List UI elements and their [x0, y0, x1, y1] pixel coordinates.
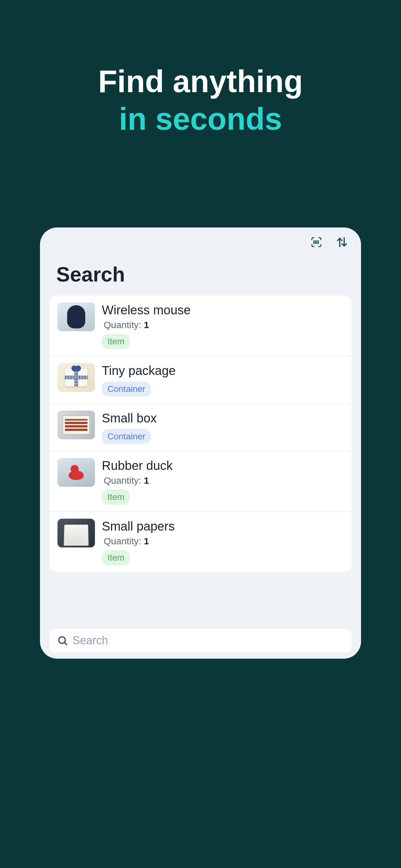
- result-title: Rubber duck: [102, 459, 343, 473]
- result-row[interactable]: Wireless mouse Quantity: 1 Item: [49, 296, 352, 356]
- result-quantity: Quantity: 1: [102, 475, 343, 486]
- barcode-scan-icon[interactable]: [310, 236, 323, 249]
- search-input[interactable]: [72, 634, 344, 647]
- app-frame: Search Wireless mouse Quantity: 1 Item: [40, 227, 361, 659]
- hero-headline-1: Find anything: [0, 62, 401, 100]
- result-title: Small box: [102, 411, 343, 425]
- toolbar: [40, 227, 361, 249]
- item-thumbnail: [58, 519, 95, 548]
- type-badge: Item: [102, 490, 130, 505]
- item-thumbnail: [58, 363, 95, 392]
- type-badge: Item: [102, 550, 130, 565]
- result-row[interactable]: Tiny package Container: [49, 356, 352, 404]
- item-thumbnail: [58, 303, 95, 331]
- result-title: Tiny package: [102, 364, 343, 378]
- search-bar[interactable]: [49, 629, 352, 652]
- result-info: Tiny package Container: [102, 363, 343, 397]
- result-info: Rubber duck Quantity: 1 Item: [102, 458, 343, 505]
- result-title: Wireless mouse: [102, 303, 343, 317]
- item-thumbnail: [58, 410, 95, 439]
- result-row[interactable]: Rubber duck Quantity: 1 Item: [49, 451, 352, 512]
- sort-icon[interactable]: [335, 236, 348, 249]
- search-icon: [57, 635, 68, 646]
- result-row[interactable]: Small box Container: [49, 404, 352, 451]
- result-quantity: Quantity: 1: [102, 320, 343, 330]
- result-quantity: Quantity: 1: [102, 536, 343, 547]
- result-info: Small box Container: [102, 410, 343, 444]
- page-title: Search: [40, 249, 361, 296]
- result-info: Wireless mouse Quantity: 1 Item: [102, 303, 343, 349]
- type-badge: Container: [102, 429, 151, 444]
- result-title: Small papers: [102, 519, 343, 533]
- hero-headline-2: in seconds: [0, 100, 401, 137]
- type-badge: Container: [102, 381, 151, 397]
- item-thumbnail: [58, 458, 95, 487]
- results-list: Wireless mouse Quantity: 1 Item Tiny pac…: [49, 296, 352, 572]
- result-row[interactable]: Small papers Quantity: 1 Item: [49, 512, 352, 572]
- hero: Find anything in seconds: [0, 0, 401, 137]
- type-badge: Item: [102, 334, 130, 349]
- result-info: Small papers Quantity: 1 Item: [102, 519, 343, 565]
